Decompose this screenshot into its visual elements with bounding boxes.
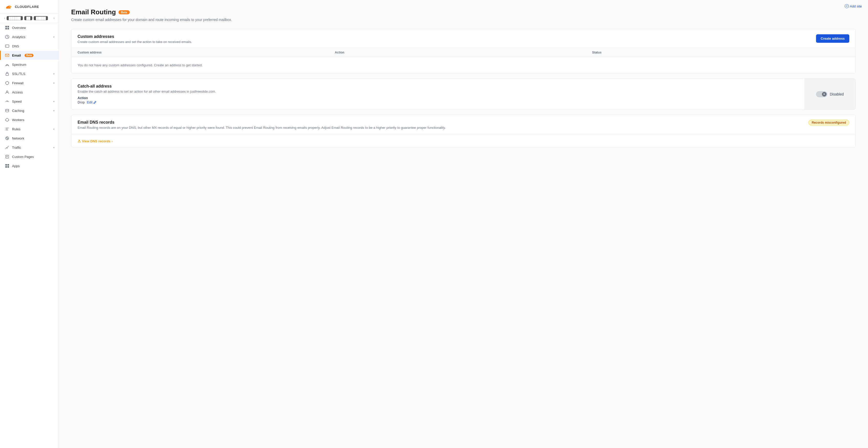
cloudflare-logo-svg <box>4 4 13 10</box>
sidebar-item-label: Firewall <box>12 81 24 85</box>
action-label: Action <box>78 96 798 100</box>
traffic-icon <box>5 145 9 150</box>
sidebar-item-label: Email <box>12 54 21 57</box>
catch-all-inner: Catch-all address Enable the catch-all a… <box>71 79 856 109</box>
create-address-button[interactable]: Create address <box>816 34 849 43</box>
sidebar-item-label: SSL/TLS <box>12 72 25 76</box>
edit-link[interactable]: Edit <box>87 100 96 104</box>
sidebar-item-custom-pages[interactable]: Custom Pages <box>0 152 59 161</box>
site-selector[interactable]: ‹ ██████ ██ █████ › <box>0 13 59 23</box>
catch-all-toggle[interactable] <box>816 91 827 97</box>
page-title: Email Routing <box>71 8 116 16</box>
add-site-button[interactable]: + Add site <box>845 4 862 8</box>
dns-card-header: Email DNS records Email Routing records … <box>71 115 856 135</box>
page-subtitle: Create custom email addresses for your d… <box>71 18 856 22</box>
custom-addresses-desc: Create custom email addresses and set th… <box>78 40 192 44</box>
arrow-right-icon: › <box>112 139 113 143</box>
toggle-knob <box>822 92 827 96</box>
speed-icon <box>5 99 9 104</box>
chevron-down-icon: ▾ <box>53 72 55 75</box>
site-pill-3[interactable]: █████ <box>34 16 48 20</box>
table-header: Custom address Action Status <box>71 48 856 57</box>
col-action: Action <box>335 51 592 54</box>
svg-rect-1 <box>7 26 9 27</box>
cloudflare-logo[interactable]: CLOUDFLARE <box>4 4 39 10</box>
chevron-down-icon: ▾ <box>53 109 55 112</box>
sidebar-item-rules[interactable]: Rules ▾ <box>0 124 59 133</box>
access-icon <box>5 90 9 94</box>
spectrum-icon <box>5 62 9 67</box>
sidebar-item-ssl-tls[interactable]: SSL/TLS ▾ <box>0 69 59 78</box>
sidebar-item-access[interactable]: Access <box>0 88 59 97</box>
sidebar-item-speed[interactable]: Speed ▾ <box>0 97 59 106</box>
apps-icon <box>5 163 9 168</box>
sidebar-item-analytics[interactable]: Analytics ▾ <box>0 32 59 41</box>
sidebar: CLOUDFLARE ‹ ██████ ██ █████ › Overview … <box>0 0 59 448</box>
sidebar-item-network[interactable]: Network <box>0 133 59 143</box>
sidebar-item-overview[interactable]: Overview <box>0 23 59 32</box>
dns-records-desc: Email Routing records are on your DNS, b… <box>78 126 446 129</box>
catch-all-left: Catch-all address Enable the catch-all a… <box>71 79 804 109</box>
overview-icon <box>5 25 9 30</box>
edit-icon <box>93 101 96 104</box>
catch-all-card: Catch-all address Enable the catch-all a… <box>71 79 856 110</box>
back-arrow-icon[interactable]: ‹ <box>4 17 5 20</box>
custom-addresses-info: Custom addresses Create custom email add… <box>78 34 192 44</box>
sidebar-item-label: Analytics <box>12 35 25 39</box>
sidebar-item-label: Speed <box>12 99 22 103</box>
svg-marker-11 <box>6 118 9 121</box>
dns-icon <box>5 44 9 49</box>
sidebar-item-label: Custom Pages <box>12 155 34 159</box>
dns-records-title: Email DNS records <box>78 120 446 125</box>
sidebar-item-dns[interactable]: DNS <box>0 41 59 51</box>
page-header: Email Routing Beta Create custom email a… <box>71 8 856 22</box>
warning-icon: ⚠ <box>78 139 81 143</box>
catch-all-desc: Enable the catch-all address to set an a… <box>78 90 798 93</box>
sidebar-item-workers[interactable]: Workers <box>0 115 59 124</box>
svg-rect-17 <box>7 166 9 168</box>
sidebar-item-label: Spectrum <box>12 63 26 66</box>
svg-rect-7 <box>5 54 9 57</box>
sidebar-item-label: Network <box>12 137 24 140</box>
email-icon <box>5 53 9 58</box>
dns-records-card: Email DNS records Email Routing records … <box>71 115 856 147</box>
chevron-down-icon: ▾ <box>53 82 55 85</box>
top-bar: + Add site <box>845 4 862 8</box>
svg-rect-2 <box>5 28 7 29</box>
forward-arrow-icon[interactable]: › <box>54 17 55 20</box>
sidebar-header: CLOUDFLARE <box>0 0 59 13</box>
network-icon <box>5 136 9 141</box>
sidebar-item-email[interactable]: Email Beta <box>0 51 59 60</box>
svg-rect-13 <box>6 155 9 158</box>
site-pill-1[interactable]: ██████ <box>7 16 23 20</box>
beta-badge: Beta <box>119 10 130 14</box>
view-dns-records-link[interactable]: ⚠ View DNS records › <box>71 135 856 147</box>
toggle-status: Disabled <box>830 92 844 96</box>
sidebar-item-label: Caching <box>12 109 24 113</box>
col-status: Status <box>592 51 849 54</box>
action-value: Drop <box>78 100 85 104</box>
custom-addresses-card: Custom addresses Create custom email add… <box>71 29 856 73</box>
lock-icon <box>5 71 9 76</box>
svg-point-6 <box>6 46 6 46</box>
chevron-down-icon: ▾ <box>53 128 55 130</box>
view-dns-label: View DNS records <box>82 139 111 143</box>
sidebar-item-label: Rules <box>12 127 21 131</box>
plus-icon: + <box>845 4 849 8</box>
catch-all-right: Disabled <box>804 79 856 109</box>
custom-pages-icon <box>5 154 9 159</box>
sidebar-item-label: Workers <box>12 118 24 122</box>
sidebar-item-firewall[interactable]: Firewall ▾ <box>0 78 59 88</box>
sidebar-item-traffic[interactable]: Traffic ▾ <box>0 143 59 152</box>
beta-badge: Beta <box>25 54 34 57</box>
main-content: Email Routing Beta Create custom email a… <box>59 0 868 448</box>
svg-rect-14 <box>5 164 7 166</box>
chevron-down-icon: ▾ <box>53 100 55 103</box>
sidebar-item-label: Access <box>12 90 23 94</box>
site-pill-2[interactable]: ██ <box>24 16 32 20</box>
sidebar-item-apps[interactable]: Apps <box>0 161 59 171</box>
sidebar-item-caching[interactable]: Caching ▾ <box>0 106 59 115</box>
sidebar-item-spectrum[interactable]: Spectrum <box>0 60 59 69</box>
logo-text: CLOUDFLARE <box>15 5 39 9</box>
svg-rect-15 <box>7 164 9 166</box>
